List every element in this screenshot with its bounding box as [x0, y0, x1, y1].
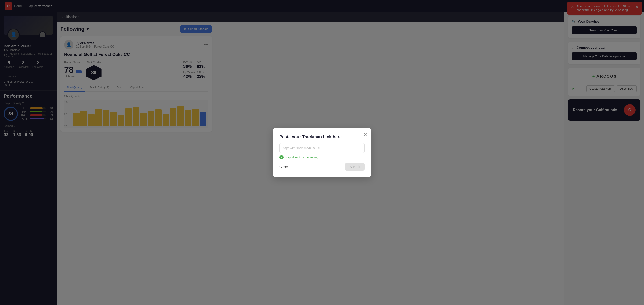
trackman-modal: Paste your Trackman Link here. ✕ ✓ Repor… — [273, 128, 371, 177]
modal-submit-button[interactable]: Submit — [345, 163, 364, 171]
modal-actions: Close Submit — [280, 163, 364, 171]
modal-close-x-button[interactable]: ✕ — [364, 132, 368, 138]
success-text: Report sent for processing — [286, 156, 318, 159]
modal-success-message: ✓ Report sent for processing — [280, 155, 364, 160]
trackman-link-input[interactable] — [280, 143, 364, 153]
modal-title: Paste your Trackman Link here. — [280, 134, 364, 140]
success-check-icon: ✓ — [280, 155, 284, 160]
modal-close-button[interactable]: Close — [280, 165, 288, 169]
modal-overlay[interactable]: Paste your Trackman Link here. ✕ ✓ Repor… — [0, 0, 644, 305]
